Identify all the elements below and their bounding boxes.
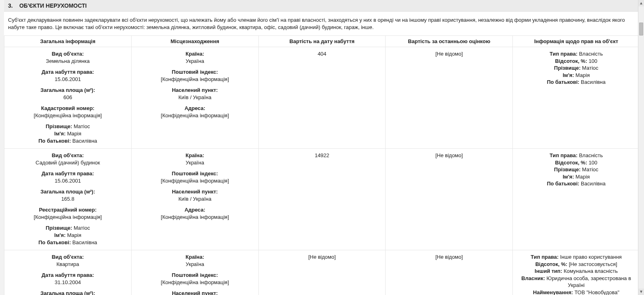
cell-location: Країна:УкраїнаПоштовий індекс:[Конфіденц… xyxy=(131,149,258,250)
kv-pair: Кадастровий номер:[Конфіденційна інформа… xyxy=(7,105,129,119)
kv-inline: По батькові: Василівна xyxy=(515,180,637,187)
cell-cost-acq: 404 xyxy=(258,47,386,149)
kv-inline: По батькові: Василівна xyxy=(515,79,637,86)
kv-inline: Власник: Юридична особа, зареєстрована в… xyxy=(515,275,637,289)
kv-inline: Відсоток, %: 100 xyxy=(515,159,637,166)
cell-location: Країна:УкраїнаПоштовий індекс:[Конфіденц… xyxy=(131,47,258,149)
kv-pair: Поштовий індекс:[Конфіденційна інформаці… xyxy=(134,170,256,184)
kv-inline: Найменування: ТОВ "Новобудова" xyxy=(515,289,637,295)
kv-pair: Поштовий індекс:[Конфіденційна інформаці… xyxy=(134,272,256,286)
kv-pair: Країна:Україна xyxy=(134,253,256,268)
cell-cost-last: [Не відомо] xyxy=(386,47,513,149)
kv-pair: Реєстраційний номер:[Конфіденційна інфор… xyxy=(7,206,129,220)
cost-acq-value: [Не відомо] xyxy=(261,253,383,261)
scrollbar[interactable]: ▲ ▼ xyxy=(638,0,644,295)
cell-cost-acq: 14922 xyxy=(258,149,386,250)
kv-pair: Адреса:[Конфіденційна інформація] xyxy=(134,206,256,220)
kv-inline: Тип права: Власність xyxy=(515,152,637,159)
section-header: 3. ОБ'ЄКТИ НЕРУХОМОСТІ xyxy=(4,0,640,12)
kv-pair: Загальна площа (м²):606 xyxy=(7,87,129,101)
person-block: Прізвище: МатіосІм'я: МаріяПо батькові: … xyxy=(7,224,129,246)
person-block: Прізвище: МатіосІм'я: МаріяПо батькові: … xyxy=(7,123,129,144)
cost-last-value: [Не відомо] xyxy=(388,253,510,261)
scrollbar-thumb[interactable] xyxy=(639,23,643,35)
col-location: Місцезнаходження xyxy=(131,36,258,47)
cell-general: Вид об'єкта:Садовий (дачний) будинокДата… xyxy=(4,149,132,250)
kv-inline: Прізвище: Матіос xyxy=(7,224,129,232)
cell-cost-last: [Не відомо] xyxy=(386,250,513,295)
kv-inline: Тип права: Інше право користування xyxy=(515,253,637,261)
cell-general: Вид об'єкта:Земельна ділянкаДата набуття… xyxy=(4,47,132,149)
kv-inline: Прізвище: Матіос xyxy=(515,166,637,173)
kv-pair: Дата набуття права:15.06.2001 xyxy=(7,69,129,83)
kv-pair: Країна:Україна xyxy=(134,50,256,64)
kv-pair: Загальна площа (м²):165.8 xyxy=(7,188,129,202)
cost-acq-value: 404 xyxy=(261,50,383,58)
kv-pair: Населений пункт:Київ / Україна xyxy=(134,290,256,295)
col-cost-last: Вартість за останньою оцінкою xyxy=(386,36,513,47)
kv-inline: Ім'я: Марія xyxy=(515,173,637,181)
table-header-row: Загальна інформація Місцезнаходження Вар… xyxy=(4,36,640,47)
kv-pair: Поштовий індекс:[Конфіденційна інформаці… xyxy=(134,69,256,83)
table-row: Вид об'єкта:Земельна ділянкаДата набуття… xyxy=(4,47,640,149)
kv-inline: Ім'я: Марія xyxy=(7,232,129,239)
property-table: Загальна інформація Місцезнаходження Вар… xyxy=(4,35,640,295)
cell-rights: Тип права: Інше право користуванняВідсот… xyxy=(513,250,640,295)
kv-pair: Країна:Україна xyxy=(134,152,256,166)
kv-inline: По батькові: Василівна xyxy=(7,137,129,145)
cost-acq-value: 14922 xyxy=(261,152,383,159)
kv-pair: Загальна площа (м²):50 xyxy=(7,290,129,295)
cell-cost-acq: [Не відомо] xyxy=(258,250,386,295)
section-title: ОБ'ЄКТИ НЕРУХОМОСТІ xyxy=(19,2,87,9)
kv-inline: Ім'я: Марія xyxy=(7,130,129,137)
kv-pair: Дата набуття права:15.06.2001 xyxy=(7,170,129,184)
kv-inline: Ім'я: Марія xyxy=(515,72,637,79)
cost-last-value: [Не відомо] xyxy=(388,152,510,159)
kv-pair: Вид об'єкта:Квартира xyxy=(7,253,129,268)
section-intro: Суб'єкт декларування повинен задекларува… xyxy=(4,12,640,35)
kv-inline: Прізвище: Матіос xyxy=(515,64,637,72)
scroll-up-icon[interactable]: ▲ xyxy=(638,0,644,6)
kv-inline: Тип права: Власність xyxy=(515,50,637,58)
section-number: 3. xyxy=(8,2,18,9)
cell-location: Країна:УкраїнаПоштовий індекс:[Конфіденц… xyxy=(131,250,258,295)
table-row: Вид об'єкта:КвартираДата набуття права:3… xyxy=(4,250,640,295)
kv-inline: По батькові: Василівна xyxy=(7,239,129,246)
kv-pair: Вид об'єкта:Земельна ділянка xyxy=(7,50,129,64)
cell-cost-last: [Не відомо] xyxy=(386,149,513,250)
kv-pair: Вид об'єкта:Садовий (дачний) будинок xyxy=(7,152,129,166)
kv-pair: Адреса:[Конфіденційна інформація] xyxy=(134,105,256,119)
kv-inline: Відсоток, %: 100 xyxy=(515,58,637,65)
table-row: Вид об'єкта:Садовий (дачний) будинокДата… xyxy=(4,149,640,250)
col-cost-acq: Вартість на дату набуття xyxy=(258,36,386,47)
kv-inline: Прізвище: Матіос xyxy=(7,123,129,130)
kv-inline: Інший тип: Комунальна власність xyxy=(515,268,637,275)
kv-inline: Відсоток, %: [Не застосовується] xyxy=(515,261,637,268)
cell-general: Вид об'єкта:КвартираДата набуття права:3… xyxy=(4,250,132,295)
kv-pair: Дата набуття права:31.10.2004 xyxy=(7,272,129,286)
cell-rights: Тип права: ВласністьВідсоток, %: 100Пріз… xyxy=(513,149,640,250)
col-rights: Інформація щодо прав на об'єкт xyxy=(513,36,640,47)
scroll-down-icon[interactable]: ▼ xyxy=(638,289,644,295)
cost-last-value: [Не відомо] xyxy=(388,50,510,58)
kv-pair: Населений пункт:Київ / Україна xyxy=(134,188,256,202)
col-general-info: Загальна інформація xyxy=(4,36,132,47)
cell-rights: Тип права: ВласністьВідсоток, %: 100Пріз… xyxy=(513,47,640,149)
kv-pair: Населений пункт:Київ / Україна xyxy=(134,87,256,101)
